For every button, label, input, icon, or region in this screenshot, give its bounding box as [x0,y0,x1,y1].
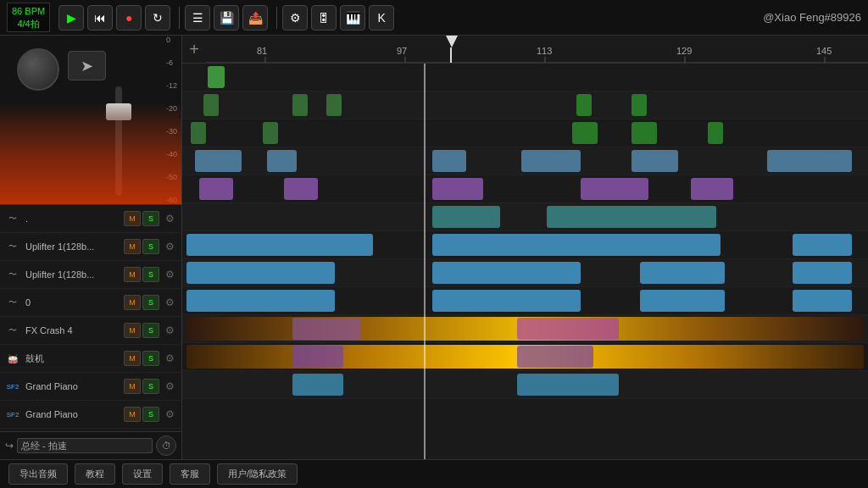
clip[interactable] [432,262,581,284]
clip[interactable] [186,290,335,312]
clip[interactable] [199,178,233,200]
clip[interactable] [432,234,721,256]
tutorial-button[interactable]: 教程 [75,463,115,485]
track-settings-button[interactable]: ⚙ [161,295,178,310]
save-button[interactable]: 💾 [214,5,239,30]
export-button[interactable]: 📤 [242,5,268,30]
snap-button[interactable]: K [369,5,394,30]
mute-button[interactable]: M [124,267,141,282]
clip[interactable] [263,122,278,144]
clip[interactable] [640,290,725,312]
support-button[interactable]: 客服 [170,463,210,485]
clip[interactable] [432,150,466,172]
clip[interactable] [517,318,619,340]
loop-button[interactable]: ↻ [145,5,170,30]
mute-button[interactable]: M [124,295,141,310]
settings-button[interactable]: 设置 [122,463,163,485]
track-settings-button[interactable]: ⚙ [161,239,178,254]
clip[interactable] [208,66,225,88]
mute-button[interactable]: M [124,323,141,338]
track-settings-button[interactable]: ⚙ [161,267,178,282]
clip[interactable] [267,150,297,172]
mute-button[interactable]: M [124,351,141,366]
clip[interactable] [632,94,647,116]
clip[interactable] [292,374,343,396]
mute-button[interactable]: M [124,239,141,254]
clip[interactable] [284,178,318,200]
mixer-button[interactable]: ⚙ [282,5,308,30]
clip[interactable] [517,346,593,368]
track-canvas-row[interactable] [182,175,868,203]
track-canvas-row[interactable] [182,343,868,371]
open-button[interactable]: ☰ [185,5,210,30]
record-button[interactable]: ● [116,5,142,30]
track-settings-button[interactable]: ⚙ [161,407,178,422]
track-canvas-row[interactable] [182,259,868,287]
solo-button[interactable]: S [142,379,159,394]
clip[interactable] [632,150,678,172]
rewind-button[interactable]: ⏮ [87,5,113,30]
clip[interactable] [432,178,483,200]
play-button[interactable]: ▶ [58,5,84,30]
clip[interactable] [581,178,648,200]
mute-button[interactable]: M [124,211,141,226]
clip[interactable] [432,290,581,312]
clip[interactable] [793,234,852,256]
track-settings-button[interactable]: ⚙ [161,379,178,394]
mute-button[interactable]: M [124,407,141,422]
solo-button[interactable]: S [142,407,159,422]
clip[interactable] [195,150,242,172]
add-track-button[interactable]: + [182,37,206,61]
track-canvas-row[interactable] [182,119,868,147]
export-audio-button[interactable]: 导出音频 [8,463,68,485]
clip[interactable] [186,234,373,256]
playhead-indicator[interactable] [446,36,458,63]
clip[interactable] [576,94,592,116]
clip[interactable] [547,206,716,228]
track-canvas-row[interactable] [182,287,868,315]
clip[interactable] [793,290,852,312]
solo-button[interactable]: S [142,323,159,338]
solo-button[interactable]: S [142,239,159,254]
track-canvas-row[interactable] [182,92,868,119]
piano-button[interactable]: 🎹 [340,5,365,30]
track-canvas-row[interactable] [182,147,868,175]
clip[interactable] [708,122,723,144]
clip[interactable] [326,94,342,116]
clip[interactable] [521,150,581,172]
clip[interactable] [432,206,500,228]
solo-button[interactable]: S [142,267,159,282]
clip[interactable] [292,318,360,340]
solo-button[interactable]: S [142,351,159,366]
clip[interactable] [767,150,852,172]
track-canvas-row[interactable] [182,315,868,343]
bpm-display[interactable]: 86 BPM 4/4拍 [7,3,50,32]
clip[interactable] [292,346,343,368]
clip[interactable] [640,262,725,284]
clip[interactable] [292,94,308,116]
master-knob[interactable] [17,48,59,91]
solo-button[interactable]: S [142,211,159,226]
clip[interactable] [793,262,852,284]
clip[interactable] [186,262,335,284]
mute-button[interactable]: M [124,379,141,394]
master-select[interactable]: 总经 - 拍速 [17,438,153,453]
track-canvas-row[interactable] [182,371,868,399]
clip[interactable] [517,374,619,396]
clip[interactable] [191,122,206,144]
privacy-button[interactable]: 用户/隐私政策 [217,463,298,485]
track-canvas-row[interactable] [182,64,868,92]
clip[interactable] [691,178,733,200]
plugin-button[interactable]: 🎛 [311,5,337,30]
clip[interactable] [203,94,219,116]
track-settings-button[interactable]: ⚙ [161,211,178,226]
tempo-clock-button[interactable]: ⏱ [156,435,176,456]
clip[interactable] [632,122,657,144]
output-button[interactable]: ➤ [68,51,106,80]
track-canvas-row[interactable] [182,231,868,259]
solo-button[interactable]: S [142,295,159,310]
track-settings-button[interactable]: ⚙ [161,323,178,338]
ruler[interactable]: 81 97 113 129 145 [206,36,868,63]
track-canvas-row[interactable] [182,203,868,231]
track-settings-button[interactable]: ⚙ [161,351,178,366]
